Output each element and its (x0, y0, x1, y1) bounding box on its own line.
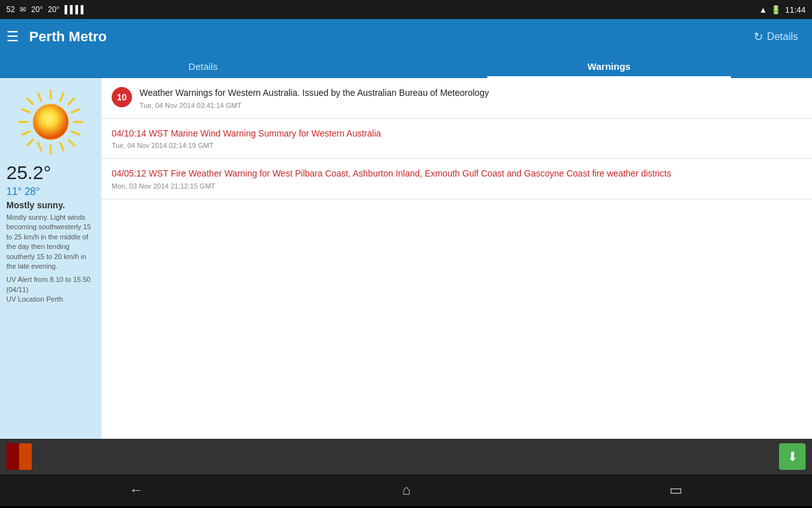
status-left: 52 ✉ 20° 20° ▌▌▌▌ (6, 5, 86, 14)
warning-header-1: 10 Weather Warnings for Western Australi… (112, 87, 802, 109)
warning-item-2[interactable]: 04/10:14 WST Marine Wind Warning Summary… (102, 119, 812, 159)
temp-low: 11° (6, 186, 22, 197)
temp-range: 11° 28° (6, 186, 95, 197)
menu-icon[interactable]: ☰ (6, 29, 19, 45)
nav-bar: ← ⌂ ▭ (0, 474, 812, 506)
status-time: 11:44 (785, 5, 806, 15)
tab-details[interactable]: Details (0, 55, 406, 77)
status-temp2: 20° (48, 5, 60, 14)
refresh-icon: ↻ (754, 30, 763, 44)
tab-bar: Details Warnings (0, 55, 812, 78)
warning-item-3[interactable]: 04/05:12 WST Fire Weather Warning for We… (102, 159, 812, 199)
status-bar: 52 ✉ 20° 20° ▌▌▌▌ ▲ 🔋 11:44 (0, 0, 812, 19)
back-button[interactable]: ← (117, 477, 156, 504)
warning-item-1[interactable]: 10 Weather Warnings for Western Australi… (102, 78, 812, 119)
battery-icon: 🔋 (771, 5, 781, 15)
warning-title-1: Weather Warnings for Western Australia. … (140, 87, 802, 100)
details-button[interactable]: ↻ Details (746, 26, 806, 48)
details-label: Details (767, 31, 798, 43)
taskbar-app-red[interactable] (6, 443, 19, 470)
recents-button[interactable]: ▭ (657, 477, 695, 504)
status-email: ✉ (20, 5, 26, 14)
weather-condition: Mostly sunny. (6, 200, 95, 210)
app-title: Perth Metro (29, 29, 107, 45)
status-temp1: 20° (31, 5, 43, 14)
main-content: 25.2° 11° 28° Mostly sunny. Mostly sunny… (0, 78, 812, 439)
warning-timestamp-1: Tue, 04 Nov 2014 03:41:14 GMT (140, 102, 802, 109)
warning-title-3: 04/05:12 WST Fire Weather Warning for We… (112, 168, 802, 180)
weather-panel: 25.2° 11° 28° Mostly sunny. Mostly sunny… (0, 78, 102, 439)
temperature: 25.2° (6, 162, 95, 184)
status-alarm: 52 (6, 5, 15, 14)
tab-warnings[interactable]: Warnings (406, 55, 812, 77)
sun-icon (16, 87, 86, 157)
svg-point-17 (33, 104, 69, 140)
uv-alert: UV Alert from 8.10 to 15.50 (04/11) (6, 275, 95, 295)
temp-high: 28° (25, 186, 40, 197)
taskbar: ⬇ (0, 439, 812, 474)
app-bar: ☰ Perth Metro ↻ Details (0, 19, 812, 55)
taskbar-app-orange[interactable] (19, 443, 32, 470)
taskbar-apps (6, 443, 32, 470)
wifi-icon: ▲ (759, 5, 768, 15)
home-button[interactable]: ⌂ (390, 477, 423, 504)
weather-description: Mostly sunny. Light winds becoming south… (6, 213, 95, 271)
download-icon: ⬇ (787, 449, 798, 464)
warnings-panel: 10 Weather Warnings for Western Australi… (102, 78, 812, 439)
download-button[interactable]: ⬇ (779, 443, 806, 470)
status-signal: ▌▌▌▌ (65, 5, 86, 14)
uv-location: UV Location Perth (6, 295, 95, 304)
warning-badge-1: 10 (112, 87, 132, 107)
status-right: ▲ 🔋 11:44 (759, 5, 806, 15)
warning-timestamp-2: Tue, 04 Nov 2014 02:14:19 GMT (112, 142, 802, 149)
warning-title-2: 04/10:14 WST Marine Wind Warning Summary… (112, 128, 802, 140)
warning-timestamp-3: Mon, 03 Nov 2014 21:12:15 GMT (112, 182, 802, 190)
